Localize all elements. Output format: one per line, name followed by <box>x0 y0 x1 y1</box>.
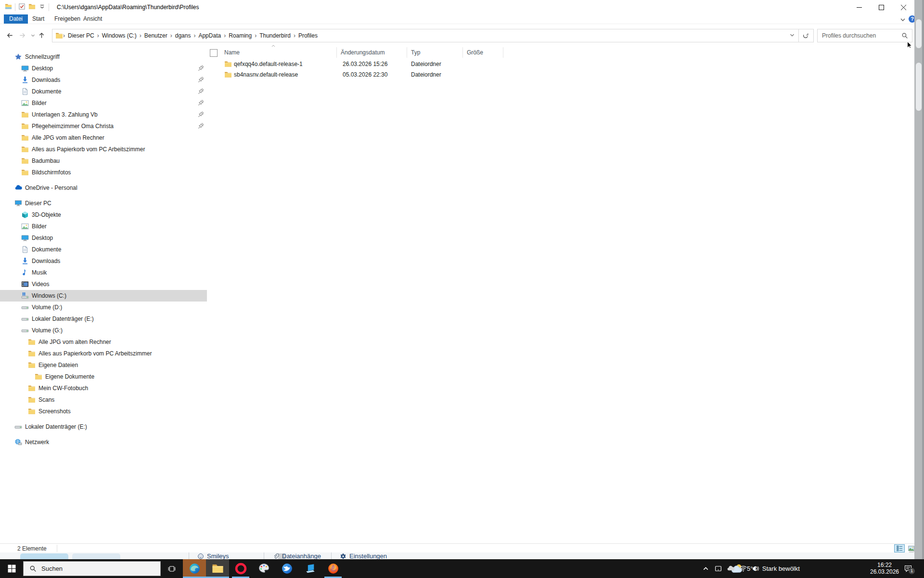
breadcrumb-item[interactable]: Roaming <box>226 30 255 41</box>
tray-wifi-icon[interactable] <box>739 565 747 573</box>
breadcrumb-item[interactable]: AppData <box>195 30 224 41</box>
sidebar-item-bilder[interactable]: Bilder <box>0 221 207 232</box>
sidebar-item-desktop[interactable]: Desktop <box>0 232 207 244</box>
sidebar-item-alle-jpg-vom-alten-rechner[interactable]: Alle JPG vom alten Rechner <box>0 336 207 348</box>
sidebar-item-pflegeheimzimmer-oma-christa[interactable]: Pflegeheimzimmer Oma Christa <box>0 120 207 132</box>
sidebar-item-label: Dokumente <box>32 88 61 95</box>
taskbar-clock[interactable]: 16:22 26.03.2026 <box>867 562 902 575</box>
sidebar-item-windows-c-[interactable]: Windows (C:) <box>0 290 207 302</box>
sidebar-item-dieser-pc[interactable]: Dieser PC <box>0 197 207 209</box>
search-icon[interactable] <box>901 32 908 39</box>
close-button[interactable] <box>892 0 914 14</box>
refresh-button[interactable] <box>798 29 814 42</box>
sidebar-item-mein-cw-fotobuch[interactable]: Mein CW-Fotobuch <box>0 382 207 394</box>
sidebar-item-downloads[interactable]: Downloads <box>0 74 207 86</box>
taskbar-app-device[interactable] <box>298 559 321 578</box>
breadcrumb-item[interactable]: Windows (C:) <box>99 30 140 41</box>
sidebar-item-alles-aus-papierkorb-vom-pc-arbeitszimmer[interactable]: Alles aus Papierkorb vom PC Arbeitszimme… <box>0 348 207 359</box>
sidebar-item-scans[interactable]: Scans <box>0 394 207 406</box>
sidebar-item-eigene-dokumente[interactable]: Eigene Dokumente <box>0 371 207 382</box>
maximize-button[interactable] <box>870 0 892 14</box>
task-view-button[interactable] <box>161 559 183 578</box>
search-input[interactable]: Profiles durchsuchen <box>817 29 912 42</box>
tab-start[interactable]: Start <box>27 14 50 24</box>
taskbar-app-firefox[interactable] <box>321 559 345 578</box>
network-icon <box>14 438 22 446</box>
sidebar-item-alle-jpg-vom-alten-rechner[interactable]: Alle JPG vom alten Rechner <box>0 132 207 144</box>
edge-icon <box>189 563 201 575</box>
column-header-gr-e[interactable]: Größe <box>463 47 503 58</box>
taskbar-app-edge[interactable] <box>183 559 206 578</box>
sidebar-item-label: Alles aus Papierkorb vom PC Arbeitszimme… <box>38 350 152 357</box>
tray-volume-icon[interactable] <box>752 565 760 573</box>
breadcrumb-item[interactable]: dgans <box>172 30 194 41</box>
clock-time: 16:22 <box>867 562 902 568</box>
taskbar-app-paint[interactable] <box>252 559 275 578</box>
taskbar-search-input[interactable]: Suchen <box>23 561 161 576</box>
search-placeholder: Profiles durchsuchen <box>822 32 876 39</box>
tray-tablet-icon[interactable] <box>714 565 722 573</box>
column-header--nderungsdatum[interactable]: Änderungsdatum <box>337 47 407 58</box>
details-view-button[interactable] <box>894 544 905 552</box>
sidebar-item-label: Unterlagen 3. Zahlung Vb <box>32 111 98 118</box>
background-toolbar-einstellungen[interactable]: Einstellungen <box>340 552 387 559</box>
sidebar-item-dokumente[interactable]: Dokumente <box>0 86 207 97</box>
sidebar-item-videos[interactable]: Videos <box>0 278 207 290</box>
sidebar-item-screenshots[interactable]: Screenshots <box>0 406 207 417</box>
taskbar-app-opera[interactable] <box>229 559 252 578</box>
sidebar-item-netzwerk[interactable]: Netzwerk <box>0 436 207 448</box>
sidebar-item-desktop[interactable]: Desktop <box>0 63 207 74</box>
minimize-button[interactable] <box>848 0 870 14</box>
column-header-typ[interactable]: Typ <box>407 47 463 58</box>
sidebar-item-volume-g-[interactable]: Volume (G:) <box>0 325 207 336</box>
sidebar-item-downloads[interactable]: Downloads <box>0 255 207 267</box>
sidebar-item-lokaler-datentr-ger-e-[interactable]: Lokaler Datenträger (E:) <box>0 313 207 325</box>
taskbar-app-thunderbird[interactable] <box>275 559 298 578</box>
sidebar-item-badumbau[interactable]: Badumbau <box>0 155 207 167</box>
sidebar-item-bildschirmfotos[interactable]: Bildschirmfotos <box>0 167 207 178</box>
desktop-icon <box>21 234 29 242</box>
tab-datei[interactable]: Datei <box>4 14 28 24</box>
sidebar-item-musik[interactable]: Musik <box>0 267 207 278</box>
sidebar-item-3d-objekte[interactable]: 3D-Objekte <box>0 209 207 221</box>
sidebar-item-volume-d-[interactable]: Volume (D:) <box>0 302 207 313</box>
sidebar-item-schnellzugriff[interactable]: Schnellzugriff <box>0 51 207 63</box>
breadcrumb-item[interactable]: Thunderbird <box>257 30 294 41</box>
action-center-button[interactable]: 1 <box>904 564 913 573</box>
select-all-checkbox[interactable] <box>210 49 218 57</box>
background-toolbar-dateianhänge[interactable]: Dateianhänge <box>272 552 321 559</box>
forward-button[interactable] <box>16 29 28 41</box>
back-button[interactable] <box>4 29 15 41</box>
address-dropdown-chevron-icon[interactable] <box>789 32 796 39</box>
tab-ansicht[interactable]: Ansicht <box>78 14 107 24</box>
ribbon-collapse-icon[interactable] <box>899 16 906 23</box>
start-button[interactable] <box>0 559 23 578</box>
sidebar-item-alles-aus-papierkorb-vom-pc-arbeitszimmer[interactable]: Alles aus Papierkorb vom PC Arbeitszimme… <box>0 144 207 155</box>
breadcrumb-item[interactable]: Profiles <box>295 30 321 41</box>
sidebar-item-bilder[interactable]: Bilder <box>0 97 207 109</box>
taskbar-app-file-explorer[interactable] <box>206 559 229 578</box>
table-row[interactable]: sb4nasnv.default-release05.03.2026 22:30… <box>207 69 784 80</box>
sidebar-item-unterlagen-3-zahlung-vb[interactable]: Unterlagen 3. Zahlung Vb <box>0 109 207 120</box>
tray-onedrive-icon[interactable] <box>727 565 735 573</box>
items-count-label: 2 Elemente <box>17 545 47 552</box>
sidebar-item-lokaler-datentr-ger-e-[interactable]: Lokaler Datenträger (E:) <box>0 421 207 433</box>
qat-properties-icon[interactable] <box>18 3 26 12</box>
qat-new-folder-icon[interactable] <box>28 3 36 12</box>
tray-chevron-up-icon[interactable] <box>702 565 710 573</box>
column-header-name[interactable]: Name <box>220 47 337 58</box>
background-window-toolbar: SmileysDateianhängeEinstellungen <box>0 552 914 559</box>
qat-chevron-down-icon[interactable] <box>38 3 46 12</box>
table-row[interactable]: qefxqq4o.default-release-126.03.2026 15:… <box>207 59 784 69</box>
breadcrumb-item[interactable]: Dieser PC <box>65 30 97 41</box>
qat-explorer-icon[interactable] <box>5 3 12 12</box>
sidebar-item-onedrive-personal[interactable]: OneDrive - Personal <box>0 182 207 194</box>
breadcrumb-item[interactable]: Benutzer <box>141 30 170 41</box>
sidebar-item-dokumente[interactable]: Dokumente <box>0 244 207 255</box>
sidebar-item-eigene-dateien[interactable]: Eigene Dateien <box>0 359 207 371</box>
up-button[interactable] <box>36 29 47 41</box>
paperclip-icon <box>272 553 279 560</box>
folder-icon <box>224 60 232 68</box>
address-bar[interactable]: ›Dieser PC›Windows (C:)›Benutzer›dgans›A… <box>52 29 799 42</box>
background-toolbar-smileys[interactable]: Smileys <box>197 552 229 559</box>
